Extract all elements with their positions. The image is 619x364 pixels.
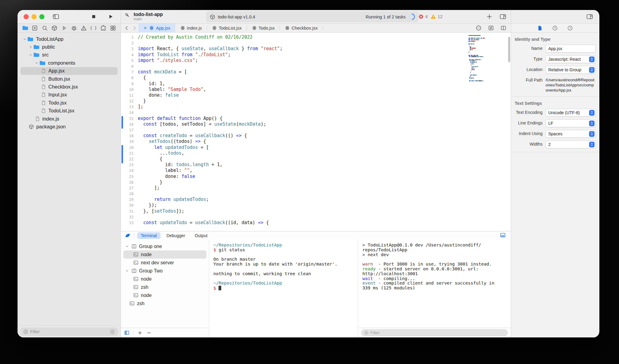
- add-terminal-icon[interactable]: [137, 330, 143, 336]
- stepper-icon[interactable]: [589, 56, 595, 62]
- input-name[interactable]: App.jsx: [546, 45, 596, 53]
- line-number: 22: [121, 156, 137, 162]
- stepper-icon[interactable]: [589, 110, 595, 116]
- select-line-endings[interactable]: LF: [546, 119, 596, 127]
- navigator-tab-package[interactable]: [50, 24, 58, 32]
- utility-tab-Terminal[interactable]: Terminal: [137, 232, 160, 239]
- terminal-line: $ git status: [213, 248, 354, 253]
- disclosure-right-icon[interactable]: [28, 45, 33, 49]
- terminal-pane-1[interactable]: ~/Repositories/TodoListApp$ git status O…: [209, 240, 358, 337]
- close-tab-icon[interactable]: [143, 26, 147, 30]
- error-badge[interactable]: 4: [418, 14, 428, 19]
- toggle-session-sidebar-icon[interactable]: [124, 330, 130, 336]
- disclosure-down-icon[interactable]: [125, 269, 129, 273]
- disclosure-down-icon[interactable]: [22, 37, 27, 41]
- editor-scrollbar[interactable]: [508, 37, 510, 62]
- terminal-session-next-dev-server[interactable]: next dev server: [123, 259, 206, 267]
- select-indent-using[interactable]: Spaces: [546, 130, 596, 138]
- add-filter-icon[interactable]: [110, 329, 115, 334]
- terminal-session-Group-Two[interactable]: Group Two: [123, 267, 206, 275]
- tree-item-TodoListApp[interactable]: TodoListApp: [21, 35, 118, 43]
- terminal-session-zsh[interactable]: zsh: [123, 299, 206, 308]
- control-value: Unicode (UTF-8): [548, 110, 580, 115]
- session-label: next dev server: [141, 260, 174, 266]
- navigator-tab-grid[interactable]: [109, 24, 117, 32]
- activity-status-bar[interactable]: todo-list-app v1.0.4 Running 1 of 2 task…: [206, 11, 418, 22]
- maximize-panel-icon[interactable]: [500, 232, 506, 238]
- minimap[interactable]: [468, 35, 507, 82]
- terminal-session-node[interactable]: node: [123, 250, 206, 259]
- add-tab-icon[interactable]: [486, 13, 493, 20]
- editor-tab-Checkbox.jsx[interactable]: Checkbox.jsx: [280, 24, 322, 33]
- editor-tab-App.jsx[interactable]: App.jsx: [138, 24, 175, 33]
- line-number: 9: [121, 81, 137, 87]
- file-inspector-tab-icon[interactable]: [537, 25, 543, 31]
- terminal-filter-field[interactable]: Filter: [361, 329, 508, 336]
- toggle-sidebar-icon[interactable]: [51, 12, 60, 21]
- more-options-icon[interactable]: [475, 25, 482, 31]
- tree-item-App.jsx[interactable]: App.jsx: [21, 67, 118, 75]
- select-type[interactable]: Javascript: React: [546, 55, 596, 63]
- select-text-encoding[interactable]: Unicode (UTF-8): [546, 109, 596, 117]
- tree-item-src[interactable]: src: [21, 51, 118, 59]
- navigator-tab-puzzle[interactable]: [99, 24, 107, 32]
- navigate-forward-icon[interactable]: [131, 24, 138, 32]
- navigator-tab-search[interactable]: [41, 24, 49, 32]
- terminal-session-zsh[interactable]: zsh: [123, 283, 206, 291]
- stepper-icon[interactable]: [589, 67, 595, 73]
- tree-item-public[interactable]: public: [21, 43, 118, 51]
- minimize-window-button[interactable]: [31, 14, 37, 19]
- utility-tab-Debugger[interactable]: Debugger: [163, 232, 189, 239]
- tree-item-index.js[interactable]: index.js: [21, 115, 118, 123]
- editor-tab-Todo.jsx[interactable]: Todo.jsx: [247, 24, 280, 33]
- toggle-inspector-icon[interactable]: [499, 13, 507, 20]
- help-inspector-tab-icon[interactable]: ?: [567, 25, 573, 31]
- navigator-tab-bug[interactable]: [70, 24, 78, 32]
- toggle-inspector-icon[interactable]: [586, 13, 593, 20]
- warning-badge[interactable]: 12: [430, 14, 442, 20]
- stepper-icon[interactable]: [589, 121, 595, 126]
- tree-item-package.json[interactable]: package.json: [21, 123, 118, 130]
- groupsplit-icon: [131, 268, 137, 274]
- tree-item-Input.jsx[interactable]: Input.jsx: [21, 91, 118, 99]
- navigate-back-icon[interactable]: [123, 24, 131, 32]
- utility-tab-Output[interactable]: Output: [191, 232, 211, 239]
- disclosure-down-icon[interactable]: [125, 244, 129, 248]
- navigator-tab-folder-blue[interactable]: [21, 24, 29, 32]
- zoom-window-button[interactable]: [39, 14, 44, 19]
- navigator-tab-braces[interactable]: { }: [89, 24, 97, 32]
- disclosure-down-icon[interactable]: [28, 53, 33, 57]
- terminal-pane-2[interactable]: > TodoListApp@0.1.0 dev /Users/austincon…: [358, 240, 511, 337]
- editor-tab-TodoList.jsx[interactable]: TodoList.jsx: [207, 24, 247, 33]
- stepper-icon[interactable]: [589, 131, 595, 137]
- stepper-icon[interactable]: [589, 142, 595, 147]
- tree-item-Todo.jsx[interactable]: Todo.jsx: [21, 99, 118, 107]
- navigator-tab-close-box[interactable]: [31, 24, 39, 32]
- editor-tab-index.js[interactable]: index.js: [175, 24, 207, 33]
- tree-item-Button.jsx[interactable]: Button.jsx: [21, 75, 118, 83]
- swap-editor-icon[interactable]: [488, 25, 494, 31]
- remove-terminal-icon[interactable]: [146, 330, 152, 336]
- terminal-session-node[interactable]: node: [123, 275, 206, 283]
- navigator-filter-field[interactable]: Filter: [21, 328, 118, 336]
- inspector-row-Type: TypeJavascript: React: [511, 55, 596, 63]
- disclosure-down-icon[interactable]: [34, 61, 39, 65]
- stop-icon[interactable]: [89, 12, 98, 21]
- tree-item-TodoList.jsx[interactable]: TodoList.jsx: [21, 107, 118, 115]
- file-icon: [41, 84, 46, 90]
- history-inspector-tab-icon[interactable]: [552, 25, 558, 31]
- select-widths[interactable]: 2: [546, 140, 596, 148]
- navigator-tab-play-outline[interactable]: [60, 24, 68, 32]
- file-icon: [41, 68, 46, 74]
- run-icon[interactable]: [106, 12, 115, 21]
- terminal-session-Group-one[interactable]: Group one: [123, 242, 206, 250]
- select-location[interactable]: Relative to Group: [546, 66, 596, 74]
- close-window-button[interactable]: [24, 14, 29, 19]
- terminal-session-node[interactable]: node: [123, 291, 206, 299]
- utility-drawer-icon[interactable]: [125, 233, 131, 239]
- tree-item-Checkbox.jsx[interactable]: Checkbox.jsx: [21, 83, 118, 91]
- tree-item-components[interactable]: components: [21, 59, 118, 67]
- split-editor-icon[interactable]: [500, 25, 507, 31]
- code-editor[interactable]: 1234567891011121314151617181920212223242…: [121, 33, 511, 231]
- navigator-tab-warning[interactable]: [80, 24, 88, 32]
